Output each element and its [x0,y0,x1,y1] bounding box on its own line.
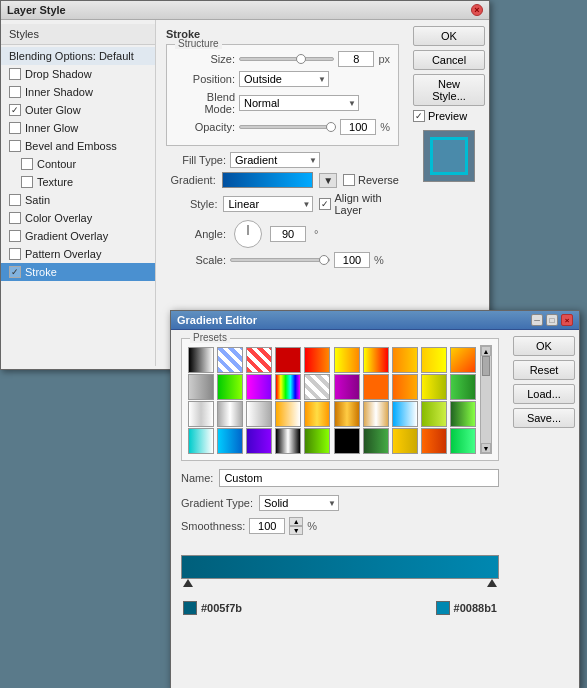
preset-swatch-36[interactable] [363,428,389,454]
sidebar-item-inner-glow[interactable]: Inner Glow [1,119,155,137]
stop-right[interactable] [487,579,497,587]
preset-swatch-21[interactable] [217,401,243,427]
preset-swatch-19[interactable] [450,374,476,400]
preset-swatch-34[interactable] [304,428,330,454]
stroke-checkbox[interactable] [9,266,21,278]
sidebar-item-color-overlay[interactable]: Color Overlay [1,209,155,227]
inner-glow-checkbox[interactable] [9,122,21,134]
down-arrow-icon[interactable]: ▼ [319,173,337,188]
preset-swatch-37[interactable] [392,428,418,454]
pattern-overlay-checkbox[interactable] [9,248,21,260]
stop-left[interactable] [183,579,193,587]
drop-shadow-checkbox[interactable] [9,68,21,80]
smooth-down[interactable]: ▼ [289,526,303,535]
position-select[interactable]: Outside ▼ [239,71,329,87]
scroll-thumb[interactable] [482,356,490,376]
smooth-up[interactable]: ▲ [289,517,303,526]
fill-type-select[interactable]: Gradient ▼ [230,152,320,168]
preset-swatch-22[interactable] [246,401,272,427]
gradient-type-select[interactable]: Solid ▼ [259,495,339,511]
preset-swatch-26[interactable] [363,401,389,427]
new-style-button[interactable]: New Style... [413,74,485,106]
preset-swatch-24[interactable] [304,401,330,427]
preset-swatch-18[interactable] [421,374,447,400]
reverse-checkbox[interactable] [343,174,355,186]
minimize-button[interactable]: ─ [531,314,543,326]
style-select[interactable]: Linear ▼ [223,196,313,212]
smoothness-input[interactable] [249,518,285,534]
preset-swatch-30[interactable] [188,428,214,454]
size-slider[interactable] [239,57,334,61]
preset-swatch-25[interactable] [334,401,360,427]
angle-input[interactable] [270,226,306,242]
preset-swatch-35[interactable] [334,428,360,454]
preset-swatch-28[interactable] [421,401,447,427]
preset-swatch-8[interactable] [421,347,447,373]
size-input[interactable] [338,51,374,67]
sidebar-item-stroke[interactable]: Stroke [1,263,155,281]
gradient-swatch[interactable] [222,172,313,188]
preset-swatch-38[interactable] [421,428,447,454]
scale-slider[interactable] [230,258,330,262]
close-button[interactable]: × [471,4,483,16]
sidebar-item-texture[interactable]: Texture [1,173,155,191]
satin-checkbox[interactable] [9,194,21,206]
blend-mode-select[interactable]: Normal ▼ [239,95,359,111]
name-input[interactable] [219,469,499,487]
opacity-slider[interactable] [239,125,336,129]
preset-swatch-2[interactable] [246,347,272,373]
size-thumb[interactable] [296,54,306,64]
sidebar-item-gradient-overlay[interactable]: Gradient Overlay [1,227,155,245]
preset-swatch-4[interactable] [304,347,330,373]
preset-swatch-31[interactable] [217,428,243,454]
preset-swatch-39[interactable] [450,428,476,454]
scroll-track[interactable] [481,356,491,443]
preset-swatch-3[interactable] [275,347,301,373]
ge-save-button[interactable]: Save... [513,408,575,428]
preset-swatch-5[interactable] [334,347,360,373]
preset-swatch-14[interactable] [304,374,330,400]
color-overlay-checkbox[interactable] [9,212,21,224]
sidebar-item-pattern-overlay[interactable]: Pattern Overlay [1,245,155,263]
preset-swatch-33[interactable] [275,428,301,454]
angle-dial[interactable] [234,220,262,248]
preset-swatch-1[interactable] [217,347,243,373]
align-layer-checkbox[interactable] [319,198,331,210]
maximize-button[interactable]: □ [546,314,558,326]
preset-swatch-23[interactable] [275,401,301,427]
scale-input[interactable] [334,252,370,268]
contour-checkbox[interactable] [21,158,33,170]
scroll-down[interactable]: ▼ [481,443,491,453]
outer-glow-checkbox[interactable] [9,104,21,116]
preset-swatch-12[interactable] [246,374,272,400]
preset-swatch-15[interactable] [334,374,360,400]
ok-button[interactable]: OK [413,26,485,46]
preset-swatch-17[interactable] [392,374,418,400]
left-color-swatch[interactable] [183,601,197,615]
sidebar-item-blending[interactable]: Blending Options: Default [1,47,155,65]
preset-swatch-20[interactable] [188,401,214,427]
right-color-swatch[interactable] [436,601,450,615]
sidebar-item-contour[interactable]: Contour [1,155,155,173]
preset-swatch-6[interactable] [363,347,389,373]
inner-shadow-checkbox[interactable] [9,86,21,98]
preset-swatch-29[interactable] [450,401,476,427]
preset-swatch-0[interactable] [188,347,214,373]
ge-load-button[interactable]: Load... [513,384,575,404]
opacity-thumb[interactable] [326,122,336,132]
sidebar-item-bevel[interactable]: Bevel and Emboss [1,137,155,155]
preset-swatch-9[interactable] [450,347,476,373]
texture-checkbox[interactable] [21,176,33,188]
scroll-up[interactable]: ▲ [481,346,491,356]
sidebar-item-drop-shadow[interactable]: Drop Shadow [1,65,155,83]
gradient-overlay-checkbox[interactable] [9,230,21,242]
opacity-input[interactable] [340,119,376,135]
ge-reset-button[interactable]: Reset [513,360,575,380]
preset-swatch-11[interactable] [217,374,243,400]
preset-swatch-16[interactable] [363,374,389,400]
sidebar-item-inner-shadow[interactable]: Inner Shadow [1,83,155,101]
smoothness-stepper[interactable]: ▲ ▼ [289,517,303,535]
preset-swatch-32[interactable] [246,428,272,454]
preset-swatch-13[interactable] [275,374,301,400]
gradient-display[interactable] [181,555,499,579]
